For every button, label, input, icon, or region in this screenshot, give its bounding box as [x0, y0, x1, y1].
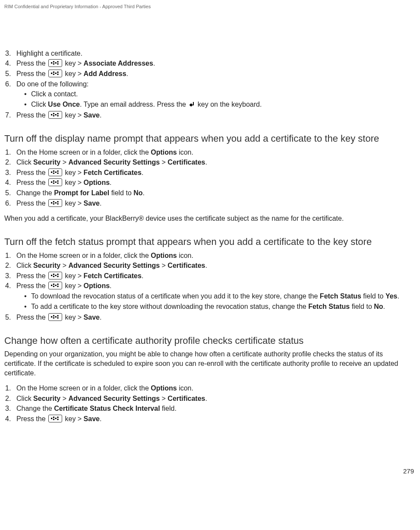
text: key > — [63, 282, 84, 289]
text: Press the — [16, 60, 47, 67]
bold-text: Options — [151, 149, 177, 156]
bold-text: Advanced Security Settings — [68, 395, 160, 402]
step-text: Press the key > Options. — [16, 178, 416, 187]
text: key > — [63, 272, 84, 279]
step-text: Do one of the following: •Click a contac… — [16, 79, 416, 110]
bullet-dot: • — [24, 89, 31, 99]
step-7: 7. Press the key > Save. — [4, 111, 416, 120]
text: Change the — [16, 189, 54, 197]
page-number: 279 — [4, 467, 416, 476]
step-number: 7. — [4, 111, 16, 120]
menu-key-icon — [48, 178, 62, 186]
step-6: 6. Do one of the following: •Click a con… — [4, 79, 416, 110]
step-text: Press the key > Save. — [16, 111, 416, 120]
bold-text: Fetch Status — [308, 303, 350, 310]
text: . — [205, 159, 207, 166]
menu-key-icon — [48, 282, 62, 289]
sec1-paragraph: When you add a certificate, your BlackBe… — [4, 214, 416, 223]
text: . — [126, 70, 128, 77]
step-2: 2. Click Security > Advanced Security Se… — [4, 394, 416, 403]
text: Click — [16, 395, 33, 402]
bold-text: Associate Addresses — [84, 60, 153, 67]
bullet-1: •Click a contact. — [24, 89, 416, 99]
bold-text: Prompt for Label — [54, 189, 109, 197]
bold-text: Add Address — [84, 70, 126, 77]
text: field to — [350, 303, 374, 310]
step-text: Change the Prompt for Label field to No. — [16, 188, 416, 198]
sec1-steps: 1. On the Home screen or in a folder, cl… — [4, 148, 416, 208]
bold-text: Save — [84, 415, 100, 422]
step-text: Press the key > Options. •To download th… — [16, 281, 416, 312]
step-number: 1. — [4, 148, 16, 157]
step-text: Click Security > Advanced Security Setti… — [16, 261, 416, 270]
text: field to — [109, 189, 133, 197]
bullet-text: To add a certificate to the key store wi… — [31, 302, 416, 311]
text: Click — [16, 262, 33, 269]
text: . — [205, 395, 207, 402]
step-number: 4. — [4, 59, 16, 68]
text: > — [160, 395, 167, 402]
text: key > — [63, 60, 84, 67]
text: Press the — [16, 272, 47, 279]
text: > — [60, 159, 68, 166]
step-text: Press the key > Fetch Certificates. — [16, 168, 416, 178]
bold-text: Save — [84, 111, 100, 119]
bold-text: Yes — [385, 292, 398, 300]
text: On the Home screen or in a folder, click… — [16, 149, 151, 156]
text: . Type an email address. Press the — [80, 101, 188, 108]
bold-text: Fetch Certificates — [84, 169, 142, 176]
bold-text: Options — [84, 179, 110, 186]
step-number: 2. — [4, 158, 16, 167]
text: Do one of the following: — [16, 80, 88, 88]
step-text: On the Home screen or in a folder, click… — [16, 148, 416, 157]
step-3: 3. Highlight a certificate. — [4, 49, 416, 58]
text: Click — [16, 159, 33, 166]
text: > — [160, 262, 167, 269]
bold-text: Certificates — [167, 159, 205, 166]
text: Press the — [16, 415, 47, 422]
text: key > — [63, 169, 84, 176]
step-number: 2. — [4, 394, 16, 403]
bullet-text: Click Use Once. Type an email address. P… — [31, 100, 416, 109]
text: key > — [63, 179, 84, 186]
bold-text: Fetch Status — [320, 292, 361, 300]
text: On the Home screen or in a folder, click… — [16, 252, 151, 259]
step-3: 3. Press the key > Fetch Certificates. — [4, 271, 416, 281]
step-number: 5. — [4, 188, 16, 198]
text: Press the — [16, 169, 47, 176]
step-5: 5. Press the key > Add Address. — [4, 69, 416, 79]
text: key > — [63, 111, 84, 119]
text: > — [60, 262, 68, 269]
text: icon. — [177, 149, 193, 156]
step-number: 3. — [4, 404, 16, 413]
bold-text: Fetch Certificates — [84, 272, 142, 279]
menu-key-icon — [48, 415, 62, 422]
text: . — [110, 282, 111, 289]
bullet-text: To download the revocation status of a c… — [31, 292, 416, 301]
bullet-1: •To download the revocation status of a … — [24, 292, 416, 301]
step-number: 5. — [4, 69, 16, 79]
step-3: 3. Change the Certificate Status Check I… — [4, 404, 416, 413]
text: Press the — [16, 70, 47, 77]
step-2: 2. Click Security > Advanced Security Se… — [4, 261, 416, 270]
menu-key-icon — [48, 313, 62, 321]
text: field. — [160, 405, 177, 412]
text: . — [383, 303, 385, 310]
text: Press the — [16, 314, 47, 321]
text: Press the — [16, 200, 47, 207]
bold-text: Advanced Security Settings — [68, 159, 160, 166]
text: . — [100, 415, 101, 422]
text: . — [110, 179, 111, 186]
intro-steps: 3. Highlight a certificate. 4. Press the… — [4, 49, 416, 120]
text: icon. — [177, 384, 193, 392]
step-text: Click Security > Advanced Security Setti… — [16, 158, 416, 167]
text: To add a certificate to the key store wi… — [31, 303, 308, 310]
bold-text: Options — [151, 252, 177, 259]
step-4: 4. Press the key > Save. — [4, 414, 416, 424]
text: > — [160, 159, 167, 166]
step-1: 1. On the Home screen or in a folder, cl… — [4, 148, 416, 157]
text: Change the — [16, 405, 54, 412]
step-4: 4. Press the key > Options. •To download… — [4, 281, 416, 312]
step-text: Press the key > Save. — [16, 199, 416, 208]
bullet-2: •To add a certificate to the key store w… — [24, 302, 416, 311]
